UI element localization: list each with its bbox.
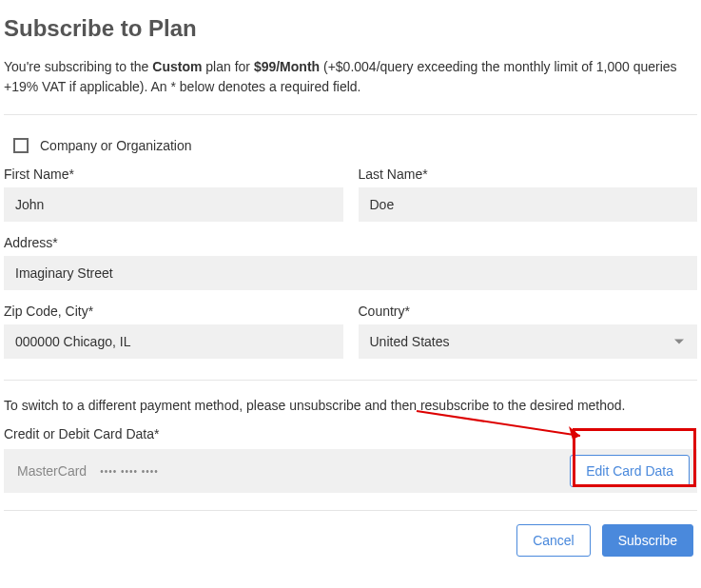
payment-note: To switch to a different payment method,…	[4, 381, 697, 426]
subscribe-button[interactable]: Subscribe	[602, 524, 693, 557]
address-input[interactable]	[4, 256, 697, 290]
intro-plan: Custom	[152, 59, 202, 74]
zip-city-label: Zip Code, City*	[4, 304, 343, 319]
page-title: Subscribe to Plan	[4, 15, 697, 42]
card-brand: MasterCard	[17, 463, 87, 479]
edit-card-button[interactable]: Edit Card Data	[570, 455, 690, 487]
last-name-label: Last Name*	[359, 167, 698, 182]
company-checkbox-label: Company or Organization	[40, 138, 192, 153]
card-display: MasterCard •••• •••• ••••	[4, 449, 562, 493]
last-name-input[interactable]	[359, 187, 698, 222]
intro-mid: plan for	[202, 59, 253, 74]
address-label: Address*	[4, 235, 697, 250]
cancel-button[interactable]: Cancel	[516, 524, 591, 557]
first-name-label: First Name*	[4, 167, 343, 182]
intro-price: $99/Month	[254, 59, 320, 74]
card-mask: •••• •••• ••••	[100, 466, 159, 477]
company-checkbox[interactable]	[13, 138, 29, 153]
card-data-label: Credit or Debit Card Data*	[4, 426, 697, 441]
country-select[interactable]	[359, 324, 698, 359]
zip-city-input[interactable]	[4, 324, 343, 359]
intro-prefix: You're subscribing to the	[4, 59, 152, 74]
intro-text: You're subscribing to the Custom plan fo…	[4, 57, 697, 97]
first-name-input[interactable]	[4, 187, 343, 222]
country-label: Country*	[359, 304, 698, 319]
